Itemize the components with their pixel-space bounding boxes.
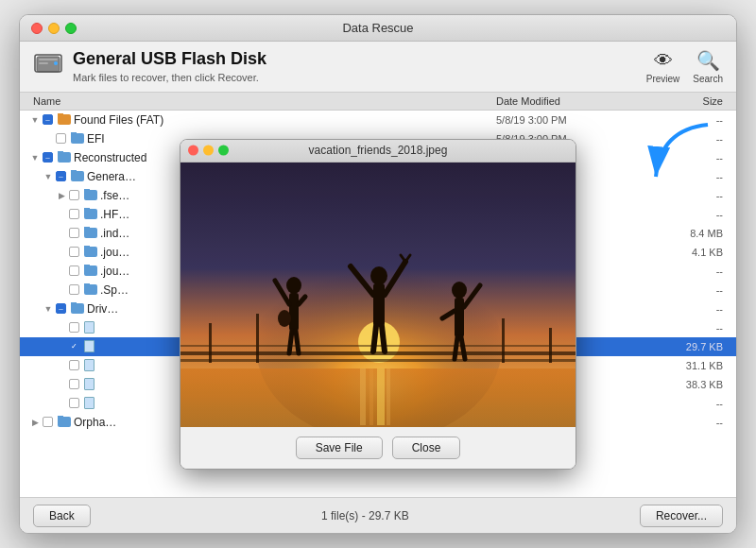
preview-modal: vacation_friends_2018.jpeg [180, 139, 576, 470]
device-name: General USB Flash Disk [73, 49, 266, 70]
modal-title: vacation_friends_2018.jpeg [309, 144, 448, 157]
search-button[interactable]: 🔍 Search [693, 49, 723, 84]
maximize-button[interactable] [65, 23, 77, 34]
col-header-name: Name [33, 95, 496, 107]
modal-close-light [188, 146, 198, 156]
header-actions: 👁 Preview 🔍 Search [646, 49, 723, 86]
header-section: General USB Flash Disk Mark files to rec… [20, 42, 736, 93]
header-text: General USB Flash Disk Mark files to rec… [73, 49, 266, 83]
content-area: ▼–Found Files (FAT)5/8/19 3:00 PM-- EFI5… [20, 111, 736, 497]
window-title: Data Rescue [342, 21, 413, 35]
modal-image-area [180, 163, 576, 427]
main-window: Data Rescue General USB Flash Disk Mark … [19, 14, 737, 534]
recover-button[interactable]: Recover... [640, 505, 723, 527]
col-header-date: Date Modified [496, 95, 647, 107]
preview-button[interactable]: 👁 Preview [646, 50, 680, 84]
close-modal-button[interactable]: Close [392, 437, 461, 459]
modal-traffic-lights [188, 146, 229, 156]
save-file-button[interactable]: Save File [296, 437, 383, 459]
preview-label: Preview [646, 74, 680, 84]
header-left: General USB Flash Disk Mark files to rec… [33, 49, 266, 83]
arrow-annotation [642, 120, 717, 196]
search-label: Search [693, 74, 723, 84]
svg-rect-4 [54, 61, 58, 65]
drive-icon [33, 51, 63, 76]
eye-icon: 👁 [654, 50, 673, 72]
minimize-button[interactable] [48, 23, 60, 34]
preview-image [180, 163, 576, 427]
preview-modal-overlay: vacation_friends_2018.jpeg [20, 111, 736, 497]
status-label: 1 file(s) - 29.7 KB [321, 509, 409, 522]
col-header-size: Size [647, 95, 723, 107]
header-subtitle: Mark files to recover, then click Recove… [73, 72, 266, 83]
search-icon: 🔍 [696, 49, 720, 72]
column-headers: Name Date Modified Size [20, 93, 736, 111]
bottom-bar: Back 1 file(s) - 29.7 KB Recover... [20, 497, 736, 533]
modal-min-light [203, 146, 214, 156]
close-button[interactable] [31, 23, 43, 34]
modal-buttons: Save File Close [180, 427, 576, 469]
modal-max-light [218, 146, 229, 156]
svg-rect-3 [39, 62, 48, 64]
back-button[interactable]: Back [33, 505, 91, 527]
svg-rect-42 [180, 163, 576, 427]
svg-rect-2 [39, 59, 58, 60]
modal-titlebar: vacation_friends_2018.jpeg [180, 140, 576, 163]
title-bar: Data Rescue [20, 15, 736, 42]
traffic-lights [31, 23, 77, 34]
